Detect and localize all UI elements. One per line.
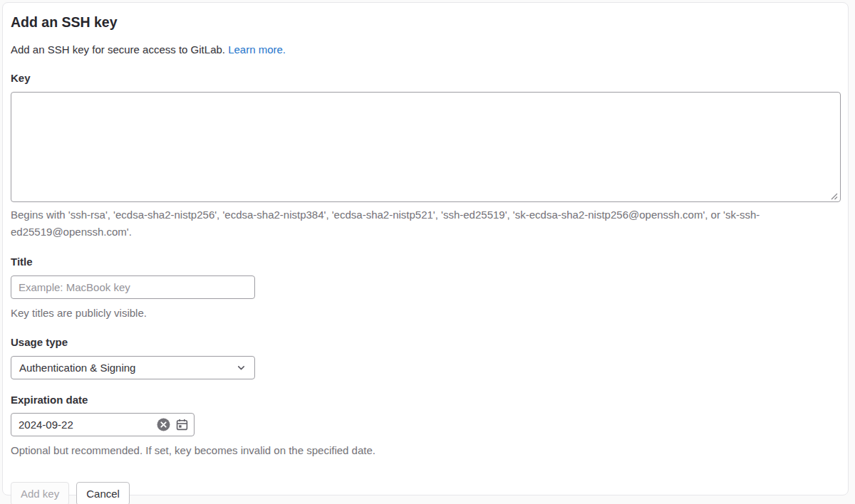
key-textarea[interactable] bbox=[11, 92, 841, 202]
title-input[interactable] bbox=[11, 275, 255, 299]
key-hint: Begins with 'ssh-rsa', 'ecdsa-sha2-nistp… bbox=[11, 206, 840, 242]
form-actions: Add key Cancel bbox=[11, 482, 840, 504]
usage-type-select[interactable]: Authentication & Signing bbox=[11, 356, 255, 379]
expiration-date-label: Expiration date bbox=[11, 393, 840, 407]
title-form-group: Title Key titles are publicly visible. bbox=[11, 255, 840, 322]
expiration-date-wrapper bbox=[11, 413, 195, 436]
expiration-form-group: Expiration date bbox=[11, 393, 840, 460]
title-hint: Key titles are publicly visible. bbox=[11, 305, 840, 322]
add-ssh-key-form-card: Add an SSH key Add an SSH key for secure… bbox=[2, 2, 849, 495]
usage-type-label: Usage type bbox=[11, 335, 840, 350]
calendar-icon[interactable] bbox=[176, 419, 188, 431]
key-textarea-wrapper bbox=[11, 92, 840, 202]
title-label: Title bbox=[11, 255, 840, 269]
page-description: Add an SSH key for secure access to GitL… bbox=[11, 42, 840, 58]
usage-type-form-group: Usage type Authentication & Signing bbox=[11, 335, 840, 379]
expiration-date-icons bbox=[157, 413, 188, 436]
resize-grip-icon[interactable] bbox=[830, 192, 838, 200]
add-key-button[interactable]: Add key bbox=[11, 482, 69, 504]
key-label: Key bbox=[11, 71, 840, 85]
expiration-hint: Optional but recommended. If set, key be… bbox=[11, 442, 840, 460]
learn-more-link[interactable]: Learn more. bbox=[228, 43, 286, 56]
usage-type-selected-value: Authentication & Signing bbox=[19, 362, 135, 374]
page-title: Add an SSH key bbox=[11, 14, 840, 31]
key-form-group: Key Begins with 'ssh-rsa', 'ecdsa-sha2-n… bbox=[11, 71, 840, 241]
page-description-text: Add an SSH key for secure access to GitL… bbox=[11, 43, 228, 56]
clear-date-icon[interactable] bbox=[157, 418, 170, 431]
chevron-down-icon bbox=[236, 362, 247, 373]
cancel-button[interactable]: Cancel bbox=[76, 482, 130, 504]
